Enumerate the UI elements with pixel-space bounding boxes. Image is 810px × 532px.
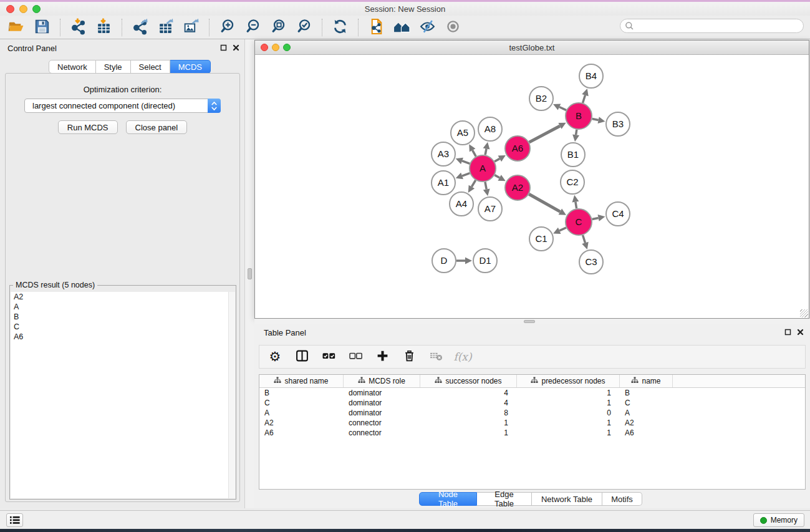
edge-A-A6[interactable] (494, 158, 499, 162)
tab-node-table[interactable]: Node Table (419, 492, 477, 506)
edge-A-A7[interactable] (485, 182, 486, 190)
table-cell[interactable]: connector (344, 418, 420, 427)
settings-button[interactable]: ⚙ (267, 348, 283, 365)
table-cell[interactable]: A2 (620, 418, 673, 427)
table-row[interactable]: Adominator80A (259, 408, 805, 418)
table-cell[interactable]: A2 (259, 418, 344, 427)
tab-network-table[interactable]: Network Table (532, 492, 602, 506)
edge-B-B2[interactable] (559, 107, 566, 110)
tab-motifs[interactable]: Motifs (602, 492, 642, 506)
table-cell[interactable]: 1 (517, 389, 620, 397)
table-cell[interactable]: B (259, 389, 344, 397)
close-panel-button[interactable]: Close panel (126, 120, 188, 134)
table-cell[interactable]: connector (344, 428, 420, 437)
first-neighbors-button[interactable] (389, 17, 415, 37)
table-row[interactable]: A2connector11A2 (259, 418, 805, 428)
show-hidden-button[interactable] (440, 17, 466, 37)
tab-style[interactable]: Style (96, 60, 131, 74)
window-resize-grip[interactable] (800, 309, 808, 317)
search-input[interactable] (637, 21, 803, 32)
column-header-predecessor-nodes[interactable]: predecessor nodes (517, 375, 620, 387)
table-cell[interactable]: 4 (420, 389, 517, 397)
import-table-button[interactable] (91, 17, 117, 37)
column-header-shared-name[interactable]: shared name (259, 375, 344, 387)
table-cell[interactable]: A (620, 409, 673, 417)
delete-table-button[interactable] (428, 348, 444, 365)
edge-C-C4[interactable] (592, 218, 599, 219)
edge-C-C1[interactable] (559, 228, 566, 231)
table-cell[interactable]: 1 (517, 428, 620, 437)
add-column-button[interactable] (374, 348, 390, 365)
edge-A2-C[interactable] (529, 194, 560, 211)
hide-selected-button[interactable] (415, 17, 440, 37)
float-panel-icon[interactable] (784, 329, 791, 336)
splitter-grip[interactable] (248, 268, 252, 279)
table-cell[interactable]: C (259, 399, 344, 407)
table-cell[interactable]: A6 (259, 428, 344, 437)
table-cell[interactable]: 1 (517, 399, 620, 407)
column-header-MCDS-role[interactable]: MCDS role (344, 375, 420, 387)
table-cell[interactable]: 1 (517, 418, 620, 427)
network-canvas[interactable]: B4B2BB3A5A8A6A3B1AA1C2A2A4A7C4CC1C3DD1 (255, 55, 809, 318)
select-all-button[interactable] (321, 348, 337, 365)
result-list-scrollbar[interactable] (228, 292, 235, 498)
function-builder-button[interactable]: f(x) (455, 348, 471, 365)
zoom-in-button[interactable] (215, 17, 240, 37)
tab-select[interactable]: Select (131, 60, 170, 74)
edge-A-A5[interactable] (473, 150, 476, 157)
edge-A-A2[interactable] (494, 175, 499, 178)
vertical-splitter[interactable] (245, 39, 254, 508)
table-cell[interactable]: 4 (420, 399, 517, 407)
memory-button[interactable]: Memory (753, 513, 804, 527)
table-cell[interactable]: C (620, 399, 673, 407)
table-cell[interactable]: 0 (517, 409, 620, 417)
table-cell[interactable]: A6 (620, 428, 673, 437)
edge-A-A8[interactable] (485, 148, 486, 155)
edge-C-C2[interactable] (576, 202, 577, 209)
optimization-criterion-select[interactable]: largest connected component (directed) (24, 99, 221, 113)
result-list-item[interactable]: C (11, 322, 235, 332)
export-network-button[interactable] (127, 17, 153, 37)
search-box[interactable] (620, 19, 804, 33)
table-row[interactable]: A6connector11A6 (259, 428, 805, 438)
table-cell[interactable]: A (259, 409, 344, 417)
zoom-out-button[interactable] (240, 17, 266, 37)
table-cell[interactable]: 1 (420, 428, 517, 437)
table-cell[interactable]: dominator (344, 399, 420, 407)
result-list-item[interactable]: A (11, 302, 235, 312)
table-cell[interactable]: B (620, 389, 673, 397)
float-panel-icon[interactable] (220, 44, 227, 51)
result-list-item[interactable]: A6 (11, 332, 235, 342)
edge-A-A4[interactable] (471, 180, 475, 187)
edge-A6-B[interactable] (529, 126, 560, 142)
column-layout-button[interactable] (294, 348, 310, 365)
edge-A-A3[interactable] (462, 161, 470, 163)
save-session-button[interactable] (29, 17, 55, 37)
import-network-button[interactable] (65, 17, 91, 37)
deselect-all-button[interactable] (347, 348, 364, 365)
run-mcds-button[interactable]: Run MCDS (58, 120, 118, 134)
task-history-button[interactable] (6, 513, 23, 527)
column-header-name[interactable]: name (620, 375, 673, 387)
horizontal-splitter[interactable] (254, 319, 810, 324)
table-row[interactable]: Cdominator41C (259, 398, 805, 408)
edge-C-C3[interactable] (583, 235, 586, 243)
result-list-item[interactable]: A2 (11, 292, 235, 302)
close-panel-icon[interactable] (233, 44, 239, 51)
table-cell[interactable]: dominator (344, 389, 420, 397)
table-cell[interactable]: dominator (344, 409, 420, 417)
network-from-selection-button[interactable] (364, 17, 389, 37)
tab-network[interactable]: Network (49, 60, 96, 74)
edge-B-B1[interactable] (576, 130, 577, 135)
result-list-item[interactable]: B (11, 312, 235, 322)
table-cell[interactable]: 1 (420, 418, 517, 427)
delete-column-button[interactable] (401, 348, 417, 365)
table-cell[interactable]: 8 (420, 409, 517, 417)
edge-B-B4[interactable] (583, 95, 586, 103)
export-image-button[interactable] (178, 17, 204, 37)
table-row[interactable]: Bdominator41B (259, 388, 805, 398)
tab-mcds[interactable]: MCDS (170, 60, 211, 74)
column-header-successor-nodes[interactable]: successor nodes (420, 375, 517, 387)
refresh-layout-button[interactable] (327, 17, 353, 37)
zoom-fit-button[interactable] (266, 17, 291, 37)
